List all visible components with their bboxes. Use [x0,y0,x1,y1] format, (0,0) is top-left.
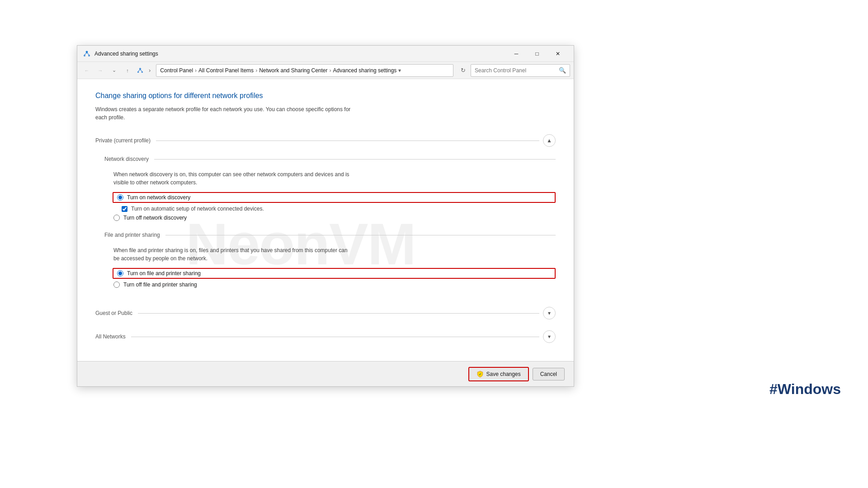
subsection-network-discovery-header: Network discovery [104,152,556,166]
profile-private-toggle[interactable]: ▲ [543,134,556,147]
radio-turn-on-file-sharing-label[interactable]: Turn on file and printer sharing [127,270,201,277]
cancel-button[interactable]: Cancel [533,368,565,380]
footer: ✓ Save changes Cancel [77,361,574,386]
svg-point-7 [137,71,139,73]
profile-all-networks-line [131,337,539,337]
window-controls: ─ □ ✕ [506,46,568,62]
subsection-network-discovery-line [154,159,556,160]
maximize-button[interactable]: □ [527,46,547,62]
breadcrumb-all-items[interactable]: All Control Panel Items [198,67,254,74]
profile-private: Private (current profile) ▲ Network disc… [95,132,556,298]
svg-point-2 [88,55,90,56]
subsection-file-sharing-line [165,235,556,235]
profile-private-header[interactable]: Private (current profile) ▲ [95,132,556,149]
breadcrumb-sep-0: › [149,67,151,74]
breadcrumb-advanced-sharing[interactable]: Advanced sharing settings [333,67,397,74]
breadcrumb-network-center[interactable]: Network and Sharing Center [259,67,327,74]
network-icon [83,50,90,57]
checkbox-auto-setup-input[interactable] [122,206,127,212]
profile-all-networks-title: All Networks [95,333,126,340]
profile-guest: Guest or Public ▾ [95,305,556,321]
shield-icon: ✓ [476,371,484,378]
address-network-icon [137,67,143,74]
radio-turn-on-discovery[interactable]: Turn on network discovery [113,192,556,203]
page-title: Change sharing options for different net… [95,92,556,100]
svg-point-8 [142,71,143,73]
radio-turn-on-file-sharing-input[interactable] [117,270,123,277]
radio-turn-off-file-sharing-label[interactable]: Turn off file and printer sharing [123,282,197,288]
profile-guest-title: Guest or Public [95,310,132,316]
breadcrumb-control-panel[interactable]: Control Panel [160,67,193,74]
svg-line-9 [138,70,140,71]
svg-point-1 [84,55,85,56]
subsection-network-discovery-title: Network discovery [104,156,149,162]
search-bar: 🔍 [471,64,570,77]
svg-line-4 [87,53,89,55]
breadcrumb-bar: Control Panel › All Control Panel Items … [156,64,453,77]
minimize-button[interactable]: ─ [506,46,527,62]
content-area: NeonVM Change sharing options for differ… [77,79,574,361]
save-changes-label: Save changes [486,371,521,377]
svg-line-10 [140,70,142,71]
dropdown-button[interactable]: ⌄ [108,65,120,76]
up-button[interactable]: ↑ [122,65,133,76]
radio-turn-off-discovery-label[interactable]: Turn off network discovery [123,215,187,221]
file-sharing-desc: When file and printer sharing is on, fil… [113,246,556,263]
search-input[interactable] [475,67,559,74]
radio-turn-off-file-sharing[interactable]: Turn off file and printer sharing [113,282,556,288]
svg-point-6 [139,68,141,70]
profile-guest-line [138,313,539,314]
page-description: Windows creates a separate network profi… [95,105,556,122]
network-discovery-desc: When network discovery is on, this compu… [113,170,556,187]
subsection-file-sharing-title: File and printer sharing [104,232,160,238]
svg-line-3 [85,53,87,55]
address-bar: ← → ⌄ ↑ › Control Panel › All Control Pa… [77,62,574,79]
breadcrumb-dropdown-icon[interactable]: ▾ [398,67,401,74]
forward-button[interactable]: → [94,65,106,76]
save-changes-button[interactable]: ✓ Save changes [468,367,529,381]
search-icon: 🔍 [559,67,566,74]
radio-turn-on-discovery-label[interactable]: Turn on network discovery [127,194,190,201]
window-icon [83,50,91,58]
windows-hashtag: #Windows [769,381,841,398]
subsection-file-sharing-header: File and printer sharing [104,228,556,242]
profile-private-content: Network discovery When network discovery… [95,149,556,298]
refresh-button[interactable]: ↻ [457,65,469,76]
profile-private-title: Private (current profile) [95,137,151,144]
profile-private-line [156,141,539,141]
back-button[interactable]: ← [81,65,93,76]
advanced-sharing-settings-window: Advanced sharing settings ─ □ ✕ ← → ⌄ ↑ … [77,45,574,387]
close-button[interactable]: ✕ [547,46,568,62]
profile-guest-header[interactable]: Guest or Public ▾ [95,305,556,321]
profile-all-networks: All Networks ▾ [95,328,556,345]
radio-turn-on-file-sharing[interactable]: Turn on file and printer sharing [113,268,556,279]
svg-point-5 [86,51,88,52]
profile-all-networks-toggle[interactable]: ▾ [543,330,556,343]
radio-turn-off-file-sharing-input[interactable] [113,282,120,288]
radio-turn-on-discovery-input[interactable] [117,194,123,201]
profile-all-networks-header[interactable]: All Networks ▾ [95,328,556,345]
title-bar: Advanced sharing settings ─ □ ✕ [77,46,574,62]
window-title: Advanced sharing settings [94,51,506,57]
radio-turn-off-discovery-input[interactable] [113,215,120,221]
profile-guest-toggle[interactable]: ▾ [543,307,556,319]
radio-turn-off-discovery[interactable]: Turn off network discovery [113,215,556,221]
checkbox-auto-setup[interactable]: Turn on automatic setup of network conne… [122,206,556,212]
svg-text:✓: ✓ [479,372,481,375]
checkbox-auto-setup-label[interactable]: Turn on automatic setup of network conne… [131,206,264,212]
